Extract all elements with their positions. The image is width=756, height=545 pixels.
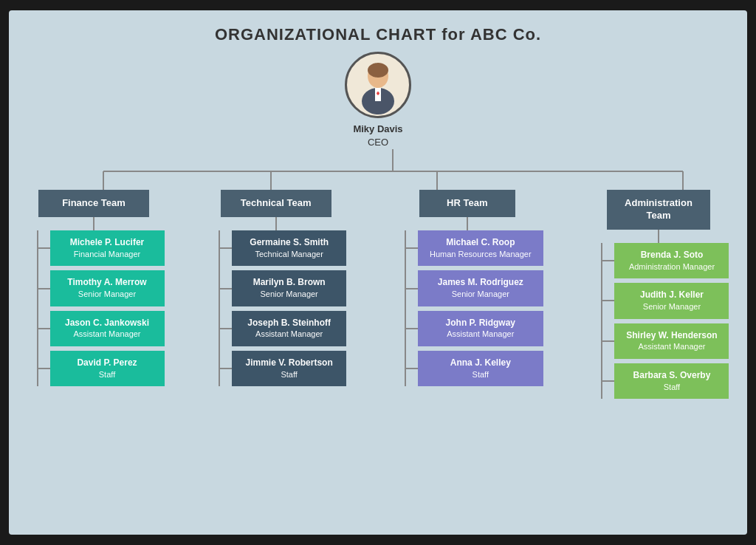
admin-card-1: Brenda J. Soto Administration Manager (614, 243, 729, 278)
technical-card-row-3: Joseph B. Steinhoff Assistant Manager (220, 311, 346, 346)
technical-card-4: Jimmie V. Robertson Staff (232, 351, 346, 386)
admin-bracket: Brenda J. Soto Administration Manager Ju… (588, 243, 729, 399)
svg-point-2 (368, 63, 388, 78)
hr-cards: Michael C. Roop Human Resources Manager … (406, 230, 543, 386)
finance-team-header: Finance Team (38, 190, 149, 217)
chart-title: ORGANIZATIONAL CHART for ABC Co. (24, 25, 732, 44)
chart-container: ORGANIZATIONAL CHART for ABC Co. M (9, 10, 747, 535)
technical-card-1: Germaine S. Smith Technical Manager (232, 230, 346, 266)
ceo-label: Miky Davis CEO (353, 123, 402, 149)
hr-card-row-4: Anna J. Kelley Staff (406, 351, 543, 386)
hr-card-1: Michael C. Roop Human Resources Manager (418, 230, 543, 266)
hr-card-4: Anna J. Kelley Staff (418, 351, 543, 386)
admin-card-row-1: Brenda J. Soto Administration Manager (602, 243, 729, 278)
admin-card-row-2: Judith J. Keller Senior Manager (602, 283, 729, 318)
finance-v-connector (93, 217, 94, 230)
admin-card-4: Barbara S. Overby Staff (614, 363, 729, 399)
col-finance: Finance Team Michele P. Luci (24, 190, 164, 399)
col-admin: Administration Team Brenda J. Soto Admin… (585, 190, 732, 399)
technical-v-connector (275, 217, 277, 230)
technical-bracket: Germaine S. Smith Technical Manager Mari… (205, 230, 346, 386)
admin-card-2: Judith J. Keller Senior Manager (614, 283, 729, 318)
admin-v-connector (658, 230, 659, 243)
technical-card-row-4: Jimmie V. Robertson Staff (220, 351, 346, 386)
hr-v-connector (467, 217, 468, 230)
finance-cards: Michele P. Lucifer Financial Manager Tim… (38, 230, 165, 386)
finance-card-3: Jason C. Jankowski Assistant Manager (50, 311, 165, 346)
ceo-avatar (345, 52, 411, 118)
technical-card-3: Joseph B. Steinhoff Assistant Manager (232, 311, 346, 346)
technical-cards: Germaine S. Smith Technical Manager Mari… (220, 230, 346, 386)
ceo-section: Miky Davis CEO (24, 52, 732, 149)
col-technical: Technical Team Germaine S. Smith Technic… (202, 190, 350, 399)
col-hr: HR Team Michael C. Roop Human Resources … (388, 190, 546, 399)
technical-card-row-2: Marilyn B. Brown Senior Manager (220, 270, 346, 306)
finance-card-row-3: Jason C. Jankowski Assistant Manager (38, 311, 165, 346)
admin-team-header: Administration Team (607, 190, 710, 230)
finance-card-row-2: Timothy A. Merrow Senior Manager (38, 270, 165, 306)
finance-bracket: Michele P. Lucifer Financial Manager Tim… (24, 230, 165, 386)
hr-card-row-3: John P. Ridgway Assistant Manager (406, 311, 543, 346)
admin-card-3: Shirley W. Henderson Assistant Manager (614, 323, 729, 359)
technical-card-2: Marilyn B. Brown Senior Manager (232, 270, 346, 306)
technical-card-row-1: Germaine S. Smith Technical Manager (220, 230, 346, 266)
finance-v-bracket (24, 230, 38, 386)
technical-team-header: Technical Team (221, 190, 331, 217)
hr-card-3: John P. Ridgway Assistant Manager (418, 311, 543, 346)
finance-card-2: Timothy A. Merrow Senior Manager (50, 270, 165, 306)
hr-team-header: HR Team (419, 190, 515, 217)
ceo-role: CEO (353, 136, 402, 149)
finance-card-row-1: Michele P. Lucifer Financial Manager (38, 230, 165, 266)
hr-card-2: James M. Rodriguez Senior Manager (418, 270, 543, 306)
finance-card-1: Michele P. Lucifer Financial Manager (50, 230, 165, 266)
teams-row: Finance Team Michele P. Luci (24, 149, 732, 399)
finance-card-row-4: David P. Perez Staff (38, 351, 165, 386)
hr-card-row-1: Michael C. Roop Human Resources Manager (406, 230, 543, 266)
admin-card-row-3: Shirley W. Henderson Assistant Manager (602, 323, 729, 359)
hr-card-row-2: James M. Rodriguez Senior Manager (406, 270, 543, 306)
admin-card-row-4: Barbara S. Overby Staff (602, 363, 729, 399)
org-tree: Finance Team Michele P. Luci (24, 149, 732, 399)
admin-cards: Brenda J. Soto Administration Manager Ju… (602, 243, 729, 399)
ceo-name: Miky Davis (353, 123, 402, 136)
finance-card-4: David P. Perez Staff (50, 351, 165, 386)
hr-bracket: Michael C. Roop Human Resources Manager … (391, 230, 543, 386)
